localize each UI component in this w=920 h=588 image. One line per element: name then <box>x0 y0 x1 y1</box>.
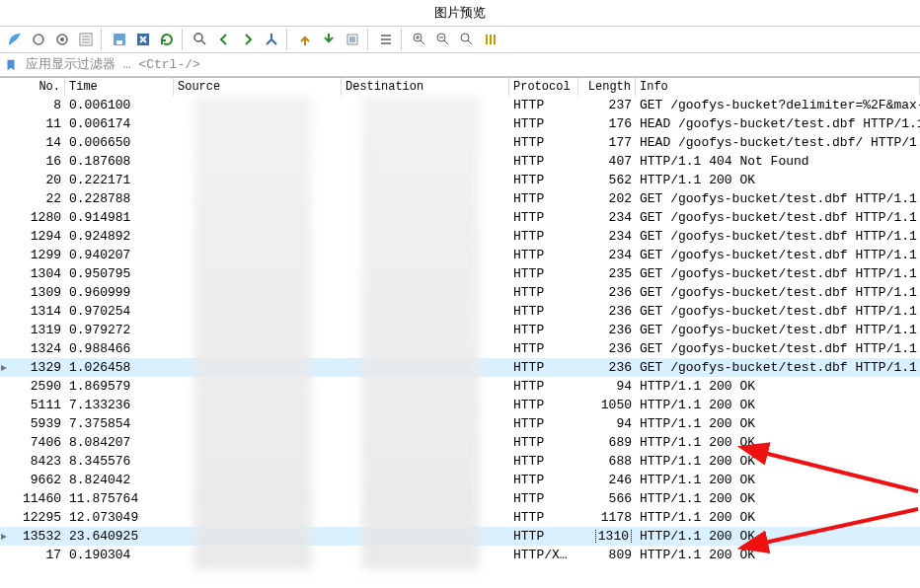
zoom-in-icon[interactable] <box>409 29 430 50</box>
svg-point-0 <box>34 35 43 44</box>
cell-time: 1.026458 <box>65 360 174 375</box>
svg-point-2 <box>60 37 64 41</box>
cell-info: GET /goofys-bucket?delimiter=%2F&max- <box>636 98 920 112</box>
zoom-reset-icon[interactable] <box>456 29 478 50</box>
zoom-out-icon[interactable] <box>432 29 454 50</box>
cell-time: 0.940207 <box>65 248 174 262</box>
cell-time: 8.345576 <box>65 454 174 469</box>
cell-protocol: HTTP/X… <box>509 548 578 562</box>
packet-row[interactable]: 13291.026458HTTP236GET /goofys-bucket/te… <box>0 358 920 377</box>
cell-protocol: HTTP <box>509 491 578 506</box>
display-filter-input[interactable] <box>22 55 920 74</box>
packet-row[interactable]: 170.190304HTTP/X…809HTTP/1.1 200 OK <box>0 546 920 564</box>
packet-list-header[interactable]: No. Time Source Destination Protocol Len… <box>0 77 920 96</box>
cell-no: 1304 <box>0 266 65 281</box>
main-toolbar <box>0 26 920 53</box>
cell-protocol: HTTP <box>509 191 578 206</box>
cell-time: 0.914981 <box>65 210 174 225</box>
packet-row[interactable]: 1229512.073049HTTP1178HTTP/1.1 200 OK <box>0 508 920 527</box>
colorize-icon[interactable] <box>375 29 397 50</box>
packet-row[interactable]: 140.006650HTTP177HEAD /goofys-bucket/tes… <box>0 133 920 152</box>
resize-columns-icon[interactable] <box>480 29 501 50</box>
find-icon[interactable] <box>190 29 211 50</box>
cell-length: 1178 <box>578 510 636 525</box>
jump-icon[interactable] <box>261 29 282 50</box>
packet-row[interactable]: 74068.084207HTTP689HTTP/1.1 200 OK <box>0 433 920 452</box>
cell-no: 1309 <box>0 285 65 300</box>
cell-protocol: HTTP <box>509 379 578 394</box>
packet-row[interactable]: 1353223.640925HTTP1310HTTP/1.1 200 OK <box>0 527 920 546</box>
forward-icon[interactable] <box>237 29 259 50</box>
cell-protocol: HTTP <box>509 323 578 337</box>
cell-no: 5111 <box>0 398 65 412</box>
reload-icon[interactable] <box>156 29 178 50</box>
back-icon[interactable] <box>213 29 235 50</box>
col-header-source[interactable]: Source <box>174 78 342 96</box>
bookmark-icon[interactable] <box>0 58 22 72</box>
packet-row[interactable]: 80.006100HTTP237GET /goofys-bucket?delim… <box>0 96 920 114</box>
cell-info: HEAD /goofys-bucket/test.dbf HTTP/1.1 <box>636 116 920 131</box>
packet-row[interactable]: 12800.914981HTTP234GET /goofys-bucket/te… <box>0 208 920 227</box>
cell-length: 94 <box>578 379 636 394</box>
cell-length: 1310 <box>578 529 636 544</box>
cell-no: 17 <box>0 548 65 562</box>
save-icon[interactable] <box>109 29 130 50</box>
cell-time: 0.970254 <box>65 304 174 319</box>
cell-info: GET /goofys-bucket/test.dbf HTTP/1.1 <box>636 210 920 225</box>
packet-row[interactable]: 1146011.875764HTTP566HTTP/1.1 200 OK <box>0 489 920 508</box>
cell-time: 0.006174 <box>65 116 174 131</box>
options-icon[interactable] <box>75 29 97 50</box>
circle-icon[interactable] <box>28 29 49 50</box>
col-header-info[interactable]: Info <box>636 78 920 96</box>
cell-info: HTTP/1.1 200 OK <box>636 454 920 469</box>
packet-row[interactable]: 200.222171HTTP562HTTP/1.1 200 OK <box>0 171 920 189</box>
packet-row[interactable]: 160.187608HTTP407HTTP/1.1 404 Not Found <box>0 152 920 171</box>
col-header-protocol[interactable]: Protocol <box>509 78 578 96</box>
row-marker-icon <box>0 358 8 377</box>
cell-time: 0.187608 <box>65 154 174 169</box>
cell-info: HTTP/1.1 200 OK <box>636 173 920 187</box>
packet-row[interactable]: 96628.824042HTTP246HTTP/1.1 200 OK <box>0 471 920 489</box>
cell-time: 0.228788 <box>65 191 174 206</box>
col-header-length[interactable]: Length <box>578 78 636 96</box>
cell-length: 809 <box>578 548 636 562</box>
cell-protocol: HTTP <box>509 398 578 412</box>
packet-row[interactable]: 13090.960999HTTP236GET /goofys-bucket/te… <box>0 283 920 302</box>
packet-row[interactable]: 25901.869579HTTP94HTTP/1.1 200 OK <box>0 377 920 396</box>
col-header-destination[interactable]: Destination <box>342 78 509 96</box>
packet-row[interactable]: 12990.940207HTTP234GET /goofys-bucket/te… <box>0 246 920 264</box>
cell-info: HTTP/1.1 200 OK <box>636 491 920 506</box>
packet-row[interactable]: 59397.375854HTTP94HTTP/1.1 200 OK <box>0 414 920 433</box>
cell-info: HTTP/1.1 404 Not Found <box>636 154 920 169</box>
packet-row[interactable]: 220.228788HTTP202GET /goofys-bucket/test… <box>0 189 920 208</box>
packet-row[interactable]: 13040.950795HTTP235GET /goofys-bucket/te… <box>0 264 920 283</box>
cell-no: 8 <box>0 98 65 112</box>
go-last-icon[interactable] <box>318 29 340 50</box>
close-icon[interactable] <box>132 29 154 50</box>
packet-row[interactable]: 12940.924892HTTP234GET /goofys-bucket/te… <box>0 227 920 246</box>
packet-row[interactable]: 84238.345576HTTP688HTTP/1.1 200 OK <box>0 452 920 471</box>
fin-icon[interactable] <box>4 29 26 50</box>
window-title: 图片预览 <box>0 0 920 26</box>
cell-length: 566 <box>578 491 636 506</box>
col-header-time[interactable]: Time <box>65 78 174 96</box>
cell-protocol: HTTP <box>509 416 578 431</box>
packet-list[interactable]: No. Time Source Destination Protocol Len… <box>0 77 920 588</box>
cell-time: 1.869579 <box>65 379 174 394</box>
stop-icon[interactable] <box>51 29 73 50</box>
col-header-no[interactable]: No. <box>0 78 65 96</box>
cell-info: HTTP/1.1 200 OK <box>636 379 920 394</box>
cell-info: HTTP/1.1 200 OK <box>636 398 920 412</box>
cell-no: 1280 <box>0 210 65 225</box>
autoscroll-icon[interactable] <box>342 29 363 50</box>
cell-no: 20 <box>0 173 65 187</box>
go-first-icon[interactable] <box>294 29 316 50</box>
packet-row[interactable]: 13140.970254HTTP236GET /goofys-bucket/te… <box>0 302 920 321</box>
packet-row[interactable]: 110.006174HTTP176HEAD /goofys-bucket/tes… <box>0 114 920 133</box>
cell-protocol: HTTP <box>509 116 578 131</box>
cell-no: 11460 <box>0 491 65 506</box>
packet-row[interactable]: 13240.988466HTTP236GET /goofys-bucket/te… <box>0 339 920 358</box>
packet-row[interactable]: 51117.133236HTTP1050HTTP/1.1 200 OK <box>0 396 920 414</box>
cell-no: 14 <box>0 135 65 150</box>
packet-row[interactable]: 13190.979272HTTP236GET /goofys-bucket/te… <box>0 321 920 339</box>
